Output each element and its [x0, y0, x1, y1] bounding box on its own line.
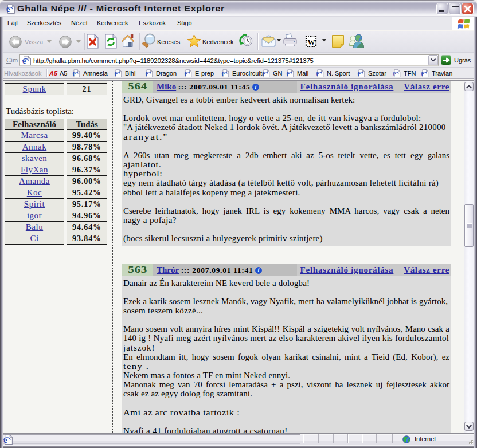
- svg-text:W: W: [308, 38, 315, 46]
